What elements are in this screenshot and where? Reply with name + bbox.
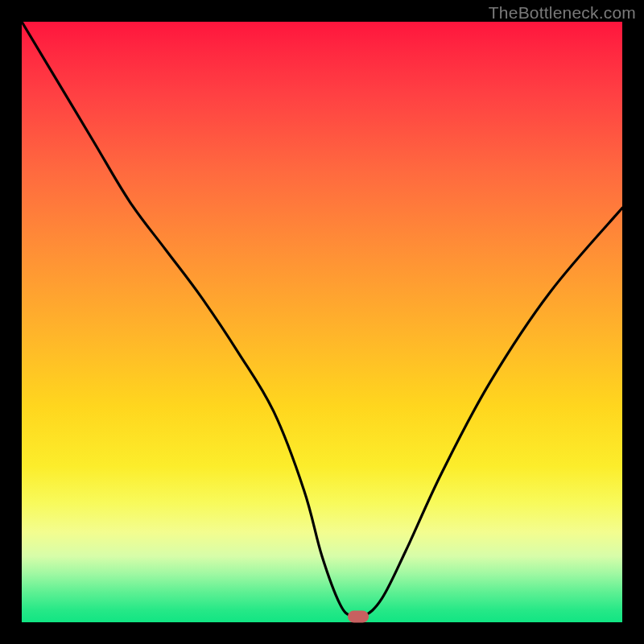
- bottleneck-curve: [22, 22, 622, 622]
- bottleneck-marker: [348, 610, 369, 622]
- watermark-text: TheBottleneck.com: [489, 3, 636, 23]
- chart-frame: TheBottleneck.com: [0, 0, 644, 644]
- plot-area: [22, 22, 622, 622]
